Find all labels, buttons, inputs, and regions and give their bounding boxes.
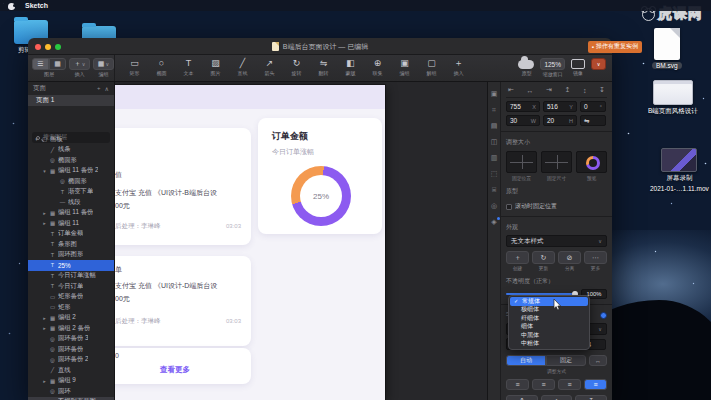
x-field[interactable]: 755 X: [506, 101, 540, 112]
title-bar[interactable]: B端后台页面设计 — 已编辑 ▪ 操作有重复实例: [28, 38, 612, 55]
disclosure-arrow-icon[interactable]: ▸: [42, 220, 47, 226]
layer-row[interactable]: ◎ 圆环备份 2: [28, 355, 114, 366]
layer-preview-tile[interactable]: [576, 151, 607, 173]
width-auto-segment[interactable]: 自动: [506, 355, 546, 366]
canvas[interactable]: 值 支付宝 充值 《UI设计-B端后台设 00元 后处理：李琳峰 03:03 单…: [115, 82, 487, 400]
width-fixed-segment[interactable]: 固定: [546, 355, 586, 366]
add-page-button[interactable]: +: [97, 85, 101, 92]
align-right-icon[interactable]: ⇥: [546, 86, 552, 94]
layer-row[interactable]: — 线段: [28, 197, 114, 208]
weight-menu-item[interactable]: 极细体: [509, 306, 589, 315]
style-button[interactable]: ↻: [532, 251, 555, 264]
rotation-field[interactable]: 0 °: [580, 101, 606, 112]
rail-plugin-icon[interactable]: ◈: [491, 218, 496, 225]
toolbar-item[interactable]: ▣ 编组: [391, 58, 418, 76]
artboard[interactable]: 值 支付宝 充值 《UI设计-B端后台设 00元 后处理：李琳峰 03:03 单…: [115, 85, 385, 400]
weight-menu-item[interactable]: ✓ 常规体: [510, 297, 588, 306]
transaction-card-3[interactable]: 0 查看更多: [115, 348, 251, 384]
desktop-file-image[interactable]: B端页面风格设计: [648, 80, 698, 116]
disclosure-arrow-icon[interactable]: ▸: [42, 210, 47, 216]
checkbox[interactable]: [506, 204, 512, 210]
layer-row[interactable]: ◎ 椭圆形: [28, 155, 114, 166]
disclosure-arrow-icon[interactable]: ▸: [42, 315, 47, 321]
width-extra-button[interactable]: ↔: [589, 355, 607, 366]
view-more-link[interactable]: 查看更多: [115, 365, 251, 375]
rail-toolbox-icon[interactable]: ⌸: [492, 186, 496, 193]
toolbar-item[interactable]: ╱ 直线: [229, 58, 256, 76]
grid-view-icon[interactable]: ▦: [49, 58, 66, 70]
toolbar-item[interactable]: ＋ 插入: [445, 58, 472, 76]
desktop-file-video[interactable]: 屏幕录制 2021-01-…1.11.mov: [650, 148, 709, 192]
apple-menu-icon[interactable]: [8, 2, 15, 10]
swatch-dropdown[interactable]: ∨: [591, 58, 606, 70]
app-menu-sketch[interactable]: Sketch: [25, 2, 48, 9]
valign-middle-button[interactable]: ↕: [541, 395, 573, 400]
valign-bottom-button[interactable]: ↧: [575, 395, 607, 400]
layer-row[interactable]: ▭ 矩形: [28, 302, 114, 313]
layer-row[interactable]: ◎ 圆环备份: [28, 344, 114, 355]
layer-row[interactable]: ▾ ▦ 编组 11 备份 2: [28, 166, 114, 177]
scroll-pin-checkbox-row[interactable]: 滚动时固定位置: [506, 202, 607, 211]
list-view-icon[interactable]: ☰: [32, 58, 49, 70]
layer-row[interactable]: ◎ 椭圆形: [28, 176, 114, 187]
zoom-level-button[interactable]: 125%: [540, 58, 565, 70]
weight-menu-item[interactable]: 细体: [509, 323, 589, 332]
rail-layout-icon[interactable]: ▥: [491, 154, 498, 161]
valign-top-button[interactable]: ↥: [506, 395, 538, 400]
desktop-file-svg[interactable]: BM.svg: [652, 28, 682, 69]
pin-position-tile[interactable]: [506, 151, 537, 173]
text-style-select[interactable]: 无文本样式 ∨: [506, 235, 607, 247]
layer-row[interactable]: ▸ ▦ 编组 9: [28, 376, 114, 387]
align-text-justify-button[interactable]: ≡: [584, 379, 607, 390]
toolbar-item[interactable]: ⊕ 联集: [364, 58, 391, 76]
rail-rows-icon[interactable]: ▤: [491, 122, 498, 129]
layer-row[interactable]: T 25%: [28, 260, 114, 271]
align-text-right-button[interactable]: ≡: [558, 379, 581, 390]
mirror-screen-icon[interactable]: [571, 59, 585, 69]
align-bottom-icon[interactable]: ↧: [599, 86, 605, 94]
toolbar-item[interactable]: ↗ 箭头: [256, 58, 283, 76]
cloud-upload-icon[interactable]: [518, 60, 534, 69]
style-button[interactable]: ⊘: [558, 251, 581, 264]
rail-export-icon[interactable]: ◫: [491, 138, 498, 145]
layer-row[interactable]: ▾ ▢ 画板: [28, 134, 114, 145]
text-color-swatch[interactable]: [600, 312, 607, 319]
flip-buttons[interactable]: ⇋: [580, 115, 606, 126]
layer-row[interactable]: T 条形图: [28, 239, 114, 250]
toolbar-item[interactable]: ◧ 蒙版: [337, 58, 364, 76]
layer-row[interactable]: T 今日订单涨幅: [28, 271, 114, 282]
layer-row[interactable]: ▭ 矩形备份: [28, 292, 114, 303]
layer-row[interactable]: ▸ ▦ 编组 11: [28, 218, 114, 229]
group-dropdown[interactable]: ▦∨: [93, 58, 114, 70]
toolbar-item[interactable]: ▢ 解组: [418, 58, 445, 76]
transaction-card-1[interactable]: 值 支付宝 充值 《UI设计-B端后台设 00元 后处理：李琳峰 03:03: [115, 128, 251, 245]
height-field[interactable]: 20 H: [543, 115, 577, 126]
align-top-icon[interactable]: ↥: [565, 86, 571, 94]
layer-row[interactable]: ▸ ▦ 编组 2 备份: [28, 323, 114, 334]
style-button[interactable]: ＋: [506, 251, 529, 264]
layer-row[interactable]: ▸ ▦ 编组 11 备份: [28, 208, 114, 219]
style-button[interactable]: ⋯: [584, 251, 607, 264]
order-amount-card[interactable]: 订单金额 今日订单涨幅 25%: [258, 118, 382, 234]
toolbar-item[interactable]: ○ 椭圆: [148, 58, 175, 76]
layers-components-segmented[interactable]: ☰ ▦: [32, 58, 66, 70]
disclosure-arrow-icon[interactable]: ▾: [42, 168, 47, 174]
width-mode-segmented[interactable]: 自动 固定: [506, 355, 586, 366]
layer-row[interactable]: T 订单金额: [28, 229, 114, 240]
width-field[interactable]: 30 W: [506, 115, 540, 126]
layer-row[interactable]: ╱ 线条: [28, 145, 114, 156]
layer-row[interactable]: T 渐变下单: [28, 187, 114, 198]
toolbar-item[interactable]: T 文本: [175, 58, 202, 76]
toolbar-item[interactable]: ⇋ 翻转: [310, 58, 337, 76]
disclosure-arrow-icon[interactable]: ▾: [34, 136, 39, 142]
toolbar-item[interactable]: ▨ 图片: [202, 58, 229, 76]
fix-size-tile[interactable]: [541, 151, 572, 173]
layer-row[interactable]: ◎ 圆环: [28, 386, 114, 397]
layer-row[interactable]: T 今日订单: [28, 281, 114, 292]
toolbar-item[interactable]: ▭ 矩形: [121, 58, 148, 76]
rail-target-icon[interactable]: ◎: [491, 202, 497, 209]
align-v-center-icon[interactable]: ↕: [583, 87, 587, 94]
collapse-pages-icon[interactable]: ∧: [105, 85, 109, 92]
align-text-center-button[interactable]: ≡: [532, 379, 555, 390]
notification-badge[interactable]: ▪ 操作有重复实例: [588, 41, 642, 53]
